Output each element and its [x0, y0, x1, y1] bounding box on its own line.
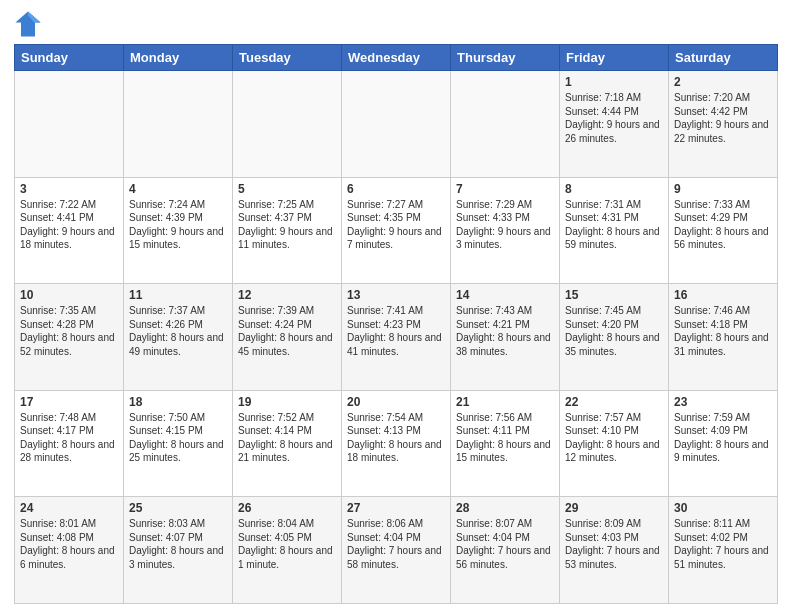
day-info: Sunrise: 7:54 AM Sunset: 4:13 PM Dayligh… [347, 411, 445, 465]
day-info: Sunrise: 7:39 AM Sunset: 4:24 PM Dayligh… [238, 304, 336, 358]
day-cell: 11Sunrise: 7:37 AM Sunset: 4:26 PM Dayli… [124, 284, 233, 391]
day-number: 25 [129, 501, 227, 515]
day-info: Sunrise: 8:04 AM Sunset: 4:05 PM Dayligh… [238, 517, 336, 571]
day-cell: 30Sunrise: 8:11 AM Sunset: 4:02 PM Dayli… [669, 497, 778, 604]
day-number: 26 [238, 501, 336, 515]
col-header-friday: Friday [560, 45, 669, 71]
week-row-2: 10Sunrise: 7:35 AM Sunset: 4:28 PM Dayli… [15, 284, 778, 391]
day-number: 22 [565, 395, 663, 409]
day-info: Sunrise: 7:22 AM Sunset: 4:41 PM Dayligh… [20, 198, 118, 252]
day-number: 15 [565, 288, 663, 302]
day-number: 20 [347, 395, 445, 409]
week-row-3: 17Sunrise: 7:48 AM Sunset: 4:17 PM Dayli… [15, 390, 778, 497]
day-cell: 21Sunrise: 7:56 AM Sunset: 4:11 PM Dayli… [451, 390, 560, 497]
day-number: 7 [456, 182, 554, 196]
day-cell [342, 71, 451, 178]
week-row-1: 3Sunrise: 7:22 AM Sunset: 4:41 PM Daylig… [15, 177, 778, 284]
day-number: 1 [565, 75, 663, 89]
day-info: Sunrise: 7:25 AM Sunset: 4:37 PM Dayligh… [238, 198, 336, 252]
day-number: 11 [129, 288, 227, 302]
day-number: 9 [674, 182, 772, 196]
day-number: 16 [674, 288, 772, 302]
col-header-thursday: Thursday [451, 45, 560, 71]
day-info: Sunrise: 7:48 AM Sunset: 4:17 PM Dayligh… [20, 411, 118, 465]
day-cell: 15Sunrise: 7:45 AM Sunset: 4:20 PM Dayli… [560, 284, 669, 391]
logo [14, 10, 46, 38]
day-cell: 22Sunrise: 7:57 AM Sunset: 4:10 PM Dayli… [560, 390, 669, 497]
day-number: 19 [238, 395, 336, 409]
calendar: SundayMondayTuesdayWednesdayThursdayFrid… [14, 44, 778, 604]
day-cell: 24Sunrise: 8:01 AM Sunset: 4:08 PM Dayli… [15, 497, 124, 604]
day-info: Sunrise: 7:27 AM Sunset: 4:35 PM Dayligh… [347, 198, 445, 252]
day-number: 18 [129, 395, 227, 409]
col-header-monday: Monday [124, 45, 233, 71]
col-header-tuesday: Tuesday [233, 45, 342, 71]
day-cell: 9Sunrise: 7:33 AM Sunset: 4:29 PM Daylig… [669, 177, 778, 284]
day-cell: 14Sunrise: 7:43 AM Sunset: 4:21 PM Dayli… [451, 284, 560, 391]
day-cell [124, 71, 233, 178]
day-info: Sunrise: 8:06 AM Sunset: 4:04 PM Dayligh… [347, 517, 445, 571]
day-cell: 13Sunrise: 7:41 AM Sunset: 4:23 PM Dayli… [342, 284, 451, 391]
day-info: Sunrise: 8:07 AM Sunset: 4:04 PM Dayligh… [456, 517, 554, 571]
calendar-table: SundayMondayTuesdayWednesdayThursdayFrid… [14, 44, 778, 604]
day-cell: 2Sunrise: 7:20 AM Sunset: 4:42 PM Daylig… [669, 71, 778, 178]
day-info: Sunrise: 7:50 AM Sunset: 4:15 PM Dayligh… [129, 411, 227, 465]
header [14, 10, 778, 38]
day-cell [233, 71, 342, 178]
header-row: SundayMondayTuesdayWednesdayThursdayFrid… [15, 45, 778, 71]
day-info: Sunrise: 7:52 AM Sunset: 4:14 PM Dayligh… [238, 411, 336, 465]
day-cell: 6Sunrise: 7:27 AM Sunset: 4:35 PM Daylig… [342, 177, 451, 284]
day-number: 21 [456, 395, 554, 409]
day-number: 5 [238, 182, 336, 196]
day-info: Sunrise: 8:01 AM Sunset: 4:08 PM Dayligh… [20, 517, 118, 571]
day-number: 30 [674, 501, 772, 515]
day-cell: 17Sunrise: 7:48 AM Sunset: 4:17 PM Dayli… [15, 390, 124, 497]
day-number: 17 [20, 395, 118, 409]
day-number: 10 [20, 288, 118, 302]
day-cell: 12Sunrise: 7:39 AM Sunset: 4:24 PM Dayli… [233, 284, 342, 391]
col-header-wednesday: Wednesday [342, 45, 451, 71]
day-info: Sunrise: 7:20 AM Sunset: 4:42 PM Dayligh… [674, 91, 772, 145]
day-cell: 25Sunrise: 8:03 AM Sunset: 4:07 PM Dayli… [124, 497, 233, 604]
day-info: Sunrise: 7:18 AM Sunset: 4:44 PM Dayligh… [565, 91, 663, 145]
day-info: Sunrise: 7:57 AM Sunset: 4:10 PM Dayligh… [565, 411, 663, 465]
day-cell: 4Sunrise: 7:24 AM Sunset: 4:39 PM Daylig… [124, 177, 233, 284]
day-cell: 7Sunrise: 7:29 AM Sunset: 4:33 PM Daylig… [451, 177, 560, 284]
day-cell: 8Sunrise: 7:31 AM Sunset: 4:31 PM Daylig… [560, 177, 669, 284]
day-info: Sunrise: 8:03 AM Sunset: 4:07 PM Dayligh… [129, 517, 227, 571]
day-number: 27 [347, 501, 445, 515]
day-number: 13 [347, 288, 445, 302]
day-info: Sunrise: 7:33 AM Sunset: 4:29 PM Dayligh… [674, 198, 772, 252]
day-number: 6 [347, 182, 445, 196]
day-number: 24 [20, 501, 118, 515]
day-cell: 29Sunrise: 8:09 AM Sunset: 4:03 PM Dayli… [560, 497, 669, 604]
day-info: Sunrise: 7:24 AM Sunset: 4:39 PM Dayligh… [129, 198, 227, 252]
day-info: Sunrise: 7:31 AM Sunset: 4:31 PM Dayligh… [565, 198, 663, 252]
day-cell: 20Sunrise: 7:54 AM Sunset: 4:13 PM Dayli… [342, 390, 451, 497]
week-row-0: 1Sunrise: 7:18 AM Sunset: 4:44 PM Daylig… [15, 71, 778, 178]
logo-icon [14, 10, 42, 38]
day-cell: 27Sunrise: 8:06 AM Sunset: 4:04 PM Dayli… [342, 497, 451, 604]
day-info: Sunrise: 7:59 AM Sunset: 4:09 PM Dayligh… [674, 411, 772, 465]
day-number: 3 [20, 182, 118, 196]
day-cell: 18Sunrise: 7:50 AM Sunset: 4:15 PM Dayli… [124, 390, 233, 497]
day-number: 8 [565, 182, 663, 196]
day-info: Sunrise: 7:45 AM Sunset: 4:20 PM Dayligh… [565, 304, 663, 358]
day-number: 14 [456, 288, 554, 302]
day-number: 12 [238, 288, 336, 302]
day-cell: 28Sunrise: 8:07 AM Sunset: 4:04 PM Dayli… [451, 497, 560, 604]
col-header-sunday: Sunday [15, 45, 124, 71]
day-number: 28 [456, 501, 554, 515]
day-cell [451, 71, 560, 178]
day-cell [15, 71, 124, 178]
day-number: 29 [565, 501, 663, 515]
week-row-4: 24Sunrise: 8:01 AM Sunset: 4:08 PM Dayli… [15, 497, 778, 604]
col-header-saturday: Saturday [669, 45, 778, 71]
day-cell: 26Sunrise: 8:04 AM Sunset: 4:05 PM Dayli… [233, 497, 342, 604]
day-info: Sunrise: 7:46 AM Sunset: 4:18 PM Dayligh… [674, 304, 772, 358]
day-cell: 3Sunrise: 7:22 AM Sunset: 4:41 PM Daylig… [15, 177, 124, 284]
day-cell: 10Sunrise: 7:35 AM Sunset: 4:28 PM Dayli… [15, 284, 124, 391]
day-cell: 23Sunrise: 7:59 AM Sunset: 4:09 PM Dayli… [669, 390, 778, 497]
day-info: Sunrise: 7:43 AM Sunset: 4:21 PM Dayligh… [456, 304, 554, 358]
day-cell: 5Sunrise: 7:25 AM Sunset: 4:37 PM Daylig… [233, 177, 342, 284]
